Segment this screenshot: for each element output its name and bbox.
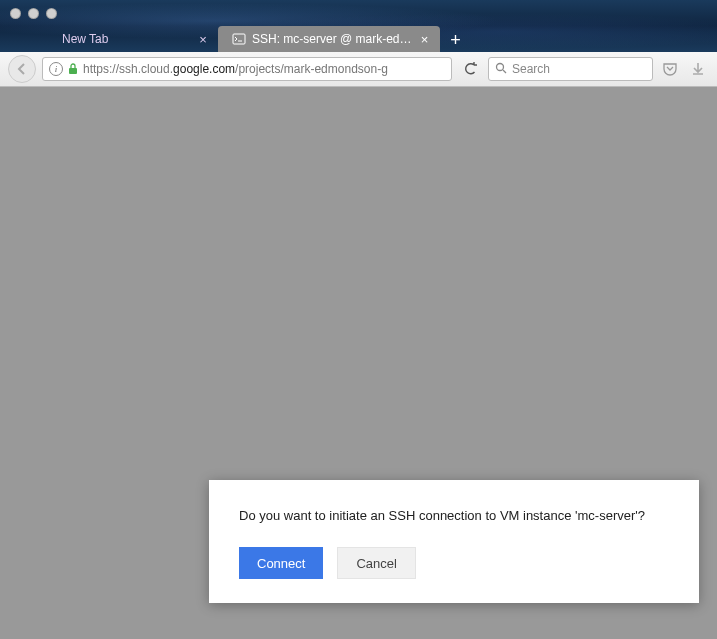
dialog-message: Do you want to initiate an SSH connectio… bbox=[239, 508, 669, 523]
pocket-icon[interactable] bbox=[659, 58, 681, 80]
lock-icon bbox=[68, 63, 78, 76]
info-icon[interactable]: i bbox=[49, 62, 63, 76]
search-icon bbox=[495, 62, 507, 77]
tab-label: SSH: mc-server @ mark-ed… bbox=[252, 32, 412, 46]
ssh-connect-dialog: Do you want to initiate an SSH connectio… bbox=[209, 480, 699, 603]
browser-toolbar: i https://ssh.cloud.google.com/projects/… bbox=[0, 52, 717, 87]
download-icon[interactable] bbox=[687, 58, 709, 80]
reload-button[interactable] bbox=[458, 57, 482, 81]
search-placeholder: Search bbox=[512, 62, 550, 76]
cancel-button[interactable]: Cancel bbox=[337, 547, 415, 579]
svg-point-2 bbox=[497, 63, 504, 70]
back-button[interactable] bbox=[8, 55, 36, 83]
url-text: https://ssh.cloud.google.com/projects/ma… bbox=[83, 62, 445, 76]
zoom-window-button[interactable] bbox=[46, 8, 57, 19]
connect-button[interactable]: Connect bbox=[239, 547, 323, 579]
close-window-button[interactable] bbox=[10, 8, 21, 19]
tab-strip: New Tab × SSH: mc-server @ mark-ed… × + bbox=[48, 26, 468, 52]
close-icon[interactable]: × bbox=[418, 32, 432, 46]
terminal-icon bbox=[232, 32, 246, 46]
new-tab-button[interactable]: + bbox=[444, 28, 468, 52]
search-bar[interactable]: Search bbox=[488, 57, 653, 81]
address-bar[interactable]: i https://ssh.cloud.google.com/projects/… bbox=[42, 57, 452, 81]
tab-new-tab[interactable]: New Tab × bbox=[48, 26, 218, 52]
close-icon[interactable]: × bbox=[196, 32, 210, 46]
page-content: Do you want to initiate an SSH connectio… bbox=[0, 87, 717, 639]
svg-rect-0 bbox=[233, 34, 245, 44]
window-titlebar: New Tab × SSH: mc-server @ mark-ed… × + bbox=[0, 0, 717, 52]
tab-label: New Tab bbox=[62, 32, 108, 46]
traffic-lights bbox=[0, 0, 67, 27]
minimize-window-button[interactable] bbox=[28, 8, 39, 19]
dialog-buttons: Connect Cancel bbox=[239, 547, 669, 579]
svg-rect-1 bbox=[69, 68, 77, 74]
tab-ssh-session[interactable]: SSH: mc-server @ mark-ed… × bbox=[218, 26, 440, 52]
